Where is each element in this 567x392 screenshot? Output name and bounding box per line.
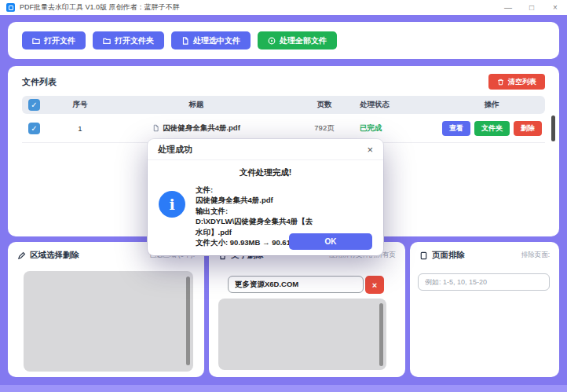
area-panel-title: 区域选择删除 [30, 250, 79, 261]
open-folder-button[interactable]: 打开文件夹 [93, 31, 164, 49]
info-icon: i [159, 191, 185, 218]
file-list-title: 文件列表 [22, 76, 57, 88]
ok-button[interactable]: OK [289, 233, 372, 250]
folder-open-icon [103, 37, 111, 45]
file-icon [181, 37, 189, 45]
dialog-message: 文件处理完成! [148, 167, 383, 178]
process-selected-button[interactable]: 处理选中文件 [171, 31, 251, 49]
maximize-icon[interactable]: □ [520, 0, 543, 15]
column-actions: 操作 [438, 100, 545, 110]
text-list-box [218, 299, 386, 370]
area-select-icon [17, 251, 26, 260]
column-index: 序号 [57, 100, 104, 110]
window-title: PDF批量去水印工具 V1.0版 原创作者：蓝胖子不胖 [20, 2, 180, 13]
open-file-button[interactable]: 打开文件 [22, 31, 86, 49]
folder-button[interactable]: 文件夹 [474, 121, 510, 136]
row-index: 1 [57, 124, 104, 133]
process-selected-label: 处理选中文件 [193, 35, 240, 46]
delete-button[interactable]: 删除 [514, 121, 542, 136]
page-exclude-panel: 页面排除 排除页面: [410, 242, 559, 377]
file-list-scrollbar[interactable] [551, 115, 555, 141]
open-file-label: 打开文件 [44, 35, 75, 46]
text-delete-panel: 文字删除 应用所有文件的所有页 × [209, 242, 405, 377]
open-folder-label: 打开文件夹 [115, 35, 154, 46]
column-name: 标题 [104, 100, 289, 110]
row-file-name: 囚徒健身全集共4册.pdf [163, 123, 240, 134]
success-dialog: 处理成功 × 文件处理完成! i 文件: 囚徒健身全集共4册.pdf 输出文件:… [148, 139, 383, 255]
file-name-value: 囚徒健身全集共4册.pdf [196, 196, 273, 204]
column-pages: 页数 [289, 100, 360, 110]
clear-list-button[interactable]: 清空列表 [488, 74, 545, 90]
view-button[interactable]: 查看 [442, 121, 470, 136]
area-list-box [24, 271, 193, 372]
watermark-text-input[interactable] [228, 276, 364, 293]
toolbar: 打开文件 打开文件夹 处理选中文件 处理全部文件 [8, 22, 559, 59]
process-all-button[interactable]: 处理全部文件 [258, 31, 337, 49]
pages-panel-title: 页面排除 [432, 250, 465, 261]
row-checkbox[interactable]: ✓ [28, 123, 40, 134]
area-delete-panel: 区域选择删除 已选区域 (0个): [8, 242, 204, 377]
app-icon [6, 3, 15, 12]
pdf-file-icon [152, 124, 159, 132]
window-bottom-edge [0, 385, 567, 392]
app-window: PDF批量去水印工具 V1.0版 原创作者：蓝胖子不胖 — □ × 打开文件 打… [0, 0, 567, 392]
dialog-title: 处理成功 [158, 144, 192, 156]
title-bar: PDF批量去水印工具 V1.0版 原创作者：蓝胖子不胖 — □ × [0, 0, 567, 15]
minimize-icon[interactable]: — [496, 0, 520, 15]
column-status: 处理状态 [360, 100, 438, 110]
output-label: 输出文件: [196, 207, 228, 215]
process-all-icon [268, 37, 276, 45]
clear-list-label: 清空列表 [508, 77, 536, 87]
row-pages: 792页 [289, 123, 360, 134]
remove-text-button[interactable]: × [365, 276, 384, 294]
page-icon [419, 251, 428, 260]
row-status-badge: 已完成 [360, 123, 438, 134]
close-icon[interactable]: × [543, 0, 567, 15]
select-all-checkbox[interactable]: ✓ [28, 99, 40, 111]
file-label: 文件: [196, 185, 213, 194]
trash-icon [497, 79, 504, 86]
page-exclude-input[interactable] [418, 273, 550, 291]
dialog-close-icon[interactable]: × [367, 145, 373, 155]
text-list-scrollbar[interactable] [379, 303, 383, 366]
area-list-scrollbar[interactable] [186, 277, 190, 365]
table-header: ✓ 序号 标题 页数 处理状态 操作 [22, 96, 545, 114]
process-all-label: 处理全部文件 [280, 35, 327, 46]
pages-panel-hint: 排除页面: [521, 251, 550, 260]
size-label: 文件大小: [196, 238, 228, 247]
folder-icon [32, 37, 40, 45]
